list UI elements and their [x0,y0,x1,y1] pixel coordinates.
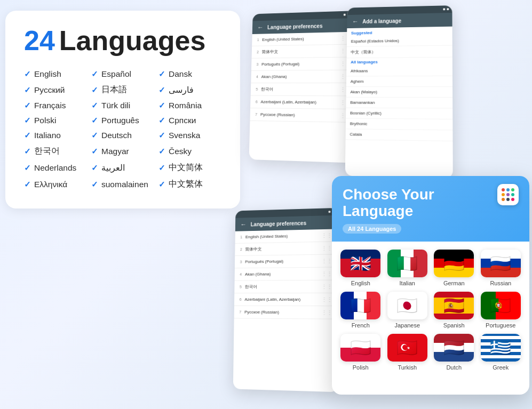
list-item[interactable]: 5한국어⋮⋮ [251,83,357,97]
list-item[interactable]: 2简体中文⋮⋮ [235,242,338,256]
check-icon: ✓ [158,147,165,156]
lang-name: 中文繁体 [169,179,203,190]
list-item[interactable]: 1English (United States)⋮⋮ [252,31,356,46]
back-icon-2[interactable]: ← [352,18,359,25]
lang-name: suomalainen [101,180,148,189]
list-item[interactable]: 3Português (Portugal)⋮⋮ [235,254,338,268]
flag-item[interactable]: 🇫🇷French [340,292,382,328]
add-lang-item[interactable]: 中文（简体） [347,46,452,59]
back-icon-3[interactable]: ← [240,221,247,228]
check-icon: ✓ [91,69,98,79]
lang-name: Magyar [101,147,129,156]
flag-emoji: 🇬🇷 [490,339,511,356]
flag-box: 🇪🇸 [434,292,474,319]
lang-name: 中文简体 [169,162,203,173]
flag-item[interactable]: 🇳🇱Dutch [433,334,475,371]
check-icon: ✓ [158,69,165,79]
flag-box: 🇮🇹 [387,250,427,277]
title-number: 24 [24,27,55,54]
lang-item: ✓Português [91,116,154,125]
flag-item[interactable]: 🇯🇵Japanese [387,292,428,328]
add-lang-list: AfrikaansAghemAkan (Malayo)BamanankanBos… [346,66,453,141]
app-dot [506,198,510,201]
check-icon: ✓ [24,131,31,140]
languages-grid: ✓English✓Español✓Dansk✓Русский✓日本語✓فارسی… [24,69,221,190]
add-lang-item[interactable]: Español (Estados Unidos) [347,35,452,47]
lang-item: ✓Italiano [24,131,87,140]
flag-item[interactable]: 🇬🇷Greek [480,334,522,371]
flag-item[interactable]: 🇪🇸Spanish [433,292,475,328]
list-item[interactable]: 3Português (Portugal)⋮⋮ [251,57,356,70]
flag-box: 🇹🇷 [387,334,427,362]
flag-item[interactable]: 🇷🇺Russian [480,250,522,286]
lang-item: ✓中文繁体 [158,179,221,190]
flag-box: 🇵🇱 [340,334,380,362]
lang-name: Français [34,101,66,110]
check-icon: ✓ [91,101,98,110]
check-icon: ✓ [158,180,165,189]
title-text: Languages [59,27,206,54]
add-lang-item[interactable]: Aghem [346,76,452,87]
app-dot [511,193,514,196]
back-icon[interactable]: ← [257,24,264,31]
flag-box: 🇬🇧 [340,250,380,277]
flag-item[interactable]: 🇵🇱Polish [340,334,382,371]
flag-label: Portuguese [486,322,515,328]
list-item[interactable]: 7Русское (Russian)⋮⋮ [250,108,356,123]
lang-name: România [169,101,202,110]
check-icon: ✓ [158,101,165,110]
flag-label: Russian [490,280,511,286]
list-item[interactable]: 6Azerbaijani (Latin, Azerbaijan)⋮⋮ [250,96,356,110]
suggested-section: Suggested Español (Estados Unidos) 中文（简体… [346,27,453,141]
lang-name: Italiano [34,131,61,140]
flag-item[interactable]: 🇬🇧English [340,250,382,286]
check-icon: ✓ [158,116,165,125]
flag-label: Turkish [398,364,417,371]
lang-list-2: 1English (United States)⋮⋮2简体中文⋮⋮3Portug… [234,229,338,319]
add-lang-item[interactable]: Bosnian (Cyrillic) [346,108,452,119]
list-item[interactable]: 7Русское (Russian)⋮⋮ [234,306,338,319]
all-24-badge[interactable]: All 24 Languages [343,224,401,234]
lang-name: Nederlands [34,163,76,173]
status-dot-3 [447,8,449,10]
flag-item[interactable]: 🇹🇷Turkish [387,334,428,371]
flag-item[interactable]: 🇩🇪German [433,250,475,286]
title-bar-2: ← Add a language [347,13,452,28]
flag-emoji: 🇵🇹 [490,297,511,314]
add-lang-item[interactable]: Catala [346,129,453,141]
flag-emoji: 🇪🇸 [443,297,465,314]
flag-item[interactable]: 🇮🇹Italian [387,250,428,286]
lang-name: Polski [34,116,56,125]
flag-item[interactable]: 🇵🇹Portuguese [480,292,522,328]
list-item[interactable]: 6Azerbaijani (Latin, Azerbaijan)⋮⋮ [234,293,338,306]
flag-emoji: 🇬🇧 [350,255,371,272]
flag-box: 🇩🇪 [434,250,474,277]
check-icon: ✓ [24,147,31,156]
app-dot [506,193,510,196]
check-icon: ✓ [91,131,98,140]
lang-item: ✓Polski [24,116,87,125]
lang-item: ✓Česky [158,146,221,157]
list-item[interactable]: 4Akan (Ghana)⋮⋮ [251,70,356,84]
list-item[interactable]: 2简体中文⋮⋮ [252,44,357,58]
all-languages-label: All languages [346,58,452,66]
app-dot [511,188,514,191]
flag-emoji: 🇮🇹 [396,255,418,272]
list-item[interactable]: 5한국어⋮⋮ [234,280,338,294]
add-lang-item[interactable]: Afrikaans [346,66,452,77]
flag-emoji: 🇷🇺 [490,255,511,272]
list-item[interactable]: 1English (United States)⋮⋮ [235,229,338,243]
lang-name: 日本語 [101,84,127,95]
add-lang-item[interactable]: Bamanankan [346,98,452,109]
lang-item: ✓Русский [24,84,87,95]
add-lang-item[interactable]: Brythonic [346,118,453,130]
list-item[interactable]: 4Akan (Ghana)⋮⋮ [235,267,338,280]
lang-name: Dansk [169,69,192,79]
app-icon [497,184,519,205]
screen-top-left: ← Language preferences 1English (United … [249,11,357,163]
lang-item: ✓Српски [158,116,221,125]
lang-item: ✓日本語 [91,84,154,95]
add-lang-item[interactable]: Akan (Malayo) [346,87,453,98]
lang-name: العربية [101,163,125,173]
lang-item: ✓中文简体 [158,162,221,173]
